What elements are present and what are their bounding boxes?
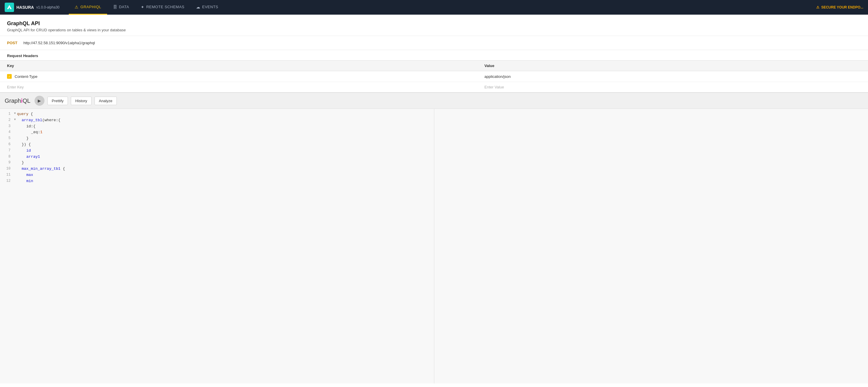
- data-tab-icon: 🗄: [113, 5, 117, 9]
- analyze-button[interactable]: Analyze: [95, 97, 117, 105]
- nav-tab-events[interactable]: ☁ EVENTS: [190, 0, 224, 14]
- graphiql-toolbar: GraphiQL ▶ Prettify History Analyze: [0, 92, 868, 109]
- collapse-icon-2: ▼: [14, 117, 16, 123]
- header-value-empty[interactable]: Enter Value: [477, 82, 868, 92]
- header-key-empty[interactable]: Enter Key: [0, 82, 477, 92]
- nav-tabs: ⚠ GRAPHIQL 🗄 DATA ✦ REMOTE SCHEMAS ☁ EVE…: [69, 0, 224, 14]
- result-pane: [434, 109, 868, 384]
- endpoint-url: http://47.52.58.151:9090/v1alpha1/graphq…: [23, 41, 95, 45]
- hasura-logo-icon: [5, 3, 14, 12]
- brand-name: HASURA: [17, 5, 34, 10]
- nav-tab-remote-schemas[interactable]: ✦ REMOTE SCHEMAS: [135, 0, 190, 14]
- remote-schemas-tab-icon: ✦: [141, 5, 145, 9]
- header-row-content-type: ✓ Content-Type application/json: [0, 71, 868, 82]
- code-line-3: 3 ▼ id:{: [0, 123, 434, 130]
- endpoint-bar: POST http://47.52.58.151:9090/v1alpha1/g…: [0, 36, 868, 50]
- code-line-5: 5 ▼ }: [0, 136, 434, 142]
- graphiql-tab-label: GRAPHIQL: [81, 5, 101, 9]
- data-tab-label: DATA: [119, 5, 129, 9]
- editor-pane[interactable]: 1 ▼ query { 2 ▼ array_tbl (where:{ 3 ▼ i…: [0, 109, 434, 384]
- header-key-cell: ✓ Content-Type: [0, 71, 477, 82]
- header-row-empty: Enter Key Enter Value: [0, 82, 868, 92]
- code-line-4: 4 ▼ _eq: 1: [0, 129, 434, 136]
- header-value-cell: application/json: [477, 71, 868, 82]
- page-title: GraphQL API: [7, 21, 861, 27]
- code-line-12: 12 ▼ min: [0, 178, 434, 184]
- request-headers-label: Request Headers: [0, 50, 868, 60]
- nav-tab-graphiql[interactable]: ⚠ GRAPHIQL: [69, 0, 107, 14]
- request-headers-table: Key Value ✓ Content-Type application/jso…: [0, 60, 868, 92]
- code-line-11: 11 ▼ max: [0, 172, 434, 178]
- remote-schemas-tab-label: REMOTE SCHEMAS: [146, 5, 185, 9]
- version-label: v1.0.0-alpha30: [36, 5, 59, 9]
- code-line-1: 1 ▼ query {: [0, 111, 434, 117]
- col-key-header: Key: [0, 61, 477, 71]
- value-placeholder: Enter Value: [484, 85, 504, 89]
- events-tab-icon: ☁: [196, 5, 200, 9]
- prettify-button[interactable]: Prettify: [48, 97, 68, 105]
- nav-tab-data[interactable]: 🗄 DATA: [107, 0, 135, 14]
- events-tab-label: EVENTS: [202, 5, 218, 9]
- code-line-8: 8 ▼ array1: [0, 154, 434, 160]
- col-value-header: Value: [477, 61, 868, 71]
- graphiql-tab-icon: ⚠: [74, 5, 79, 9]
- code-line-2: 2 ▼ array_tbl (where:{: [0, 117, 434, 123]
- alert-icon: ⚠: [816, 5, 819, 9]
- nav-bar: HASURA v1.0.0-alpha30 ⚠ GRAPHIQL 🗄 DATA …: [0, 0, 868, 14]
- checkbox-checked-icon[interactable]: ✓: [7, 74, 12, 79]
- nav-alert[interactable]: ⚠ SECURE YOUR ENDPO...: [816, 5, 863, 9]
- key-placeholder: Enter Key: [7, 85, 24, 89]
- alert-text: SECURE YOUR ENDPO...: [821, 5, 863, 9]
- page-subtitle: GraphQL API for CRUD operations on table…: [7, 28, 861, 32]
- code-editor[interactable]: 1 ▼ query { 2 ▼ array_tbl (where:{ 3 ▼ i…: [0, 111, 434, 184]
- graphiql-container: 1 ▼ query { 2 ▼ array_tbl (where:{ 3 ▼ i…: [0, 109, 868, 384]
- run-button[interactable]: ▶: [34, 96, 44, 106]
- code-line-6: 6 ▼ }) {: [0, 142, 434, 148]
- code-line-7: 7 ▼ id: [0, 148, 434, 154]
- collapse-icon-1: ▼: [14, 111, 16, 117]
- code-line-10: 10 ▼ max_min_array_tb1 {: [0, 166, 434, 172]
- history-button[interactable]: History: [71, 97, 91, 105]
- graphiql-title: GraphiQL: [5, 97, 30, 104]
- method-badge: POST: [7, 40, 19, 46]
- code-line-9: 9 ▼ }: [0, 160, 434, 166]
- page-header: GraphQL API GraphQL API for CRUD operati…: [0, 14, 868, 36]
- nav-logo: HASURA v1.0.0-alpha30: [5, 3, 59, 12]
- header-key-value: Content-Type: [14, 75, 37, 79]
